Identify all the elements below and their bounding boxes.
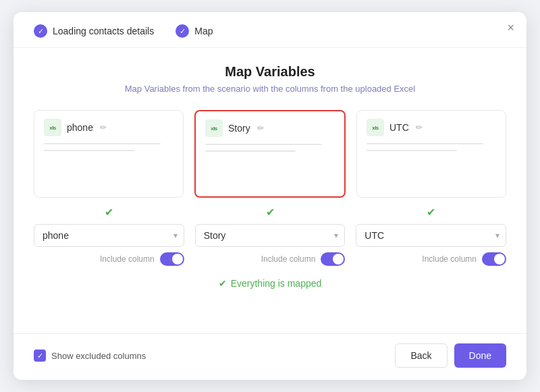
section-subtitle: Map Variables from the scenario with the… [34, 84, 506, 94]
dropdown-col-story: ✔ phone Story UTC ▾ [195, 206, 346, 247]
edit-icon-phone[interactable]: ✏ [100, 123, 107, 132]
show-excluded-label: Show excluded columns [51, 351, 146, 361]
toggle-utc[interactable] [482, 252, 506, 266]
all-mapped-label: Everything is mapped [231, 278, 322, 289]
card-story-lines [205, 144, 335, 152]
card-line-2 [44, 150, 134, 151]
modal-footer: ✓ Show excluded columns Back Done [14, 333, 526, 380]
xls-icon-phone: xls [44, 119, 61, 136]
dropdown-wrap-utc: phone Story UTC ▾ [356, 224, 506, 247]
card-utc-lines [367, 143, 496, 151]
dropdown-col-utc: ✔ phone Story UTC ▾ [356, 206, 506, 247]
modal-body: Map Variables Map Variables from the sce… [14, 48, 526, 333]
card-utc: xls UTC ✏ [356, 110, 506, 198]
card-story: xls Story ✏ [194, 110, 346, 198]
progress-bar: ✓ Loading contacts details ✓ Map [14, 12, 526, 48]
include-col-story: Include column [195, 252, 346, 266]
footer-buttons: Back Done [395, 343, 506, 368]
edit-icon-story[interactable]: ✏ [257, 123, 264, 133]
dropdown-utc[interactable]: phone Story UTC [356, 224, 506, 247]
all-mapped-check-icon: ✔ [219, 278, 227, 289]
done-button[interactable]: Done [454, 343, 506, 368]
dropdown-wrap-story: phone Story UTC ▾ [195, 224, 346, 247]
include-col-phone: Include column [34, 252, 184, 266]
include-row: Include column Include column Include co… [34, 252, 506, 266]
back-button[interactable]: Back [395, 343, 447, 368]
card-phone-header: xls phone ✏ [44, 119, 173, 136]
card-utc-line-1 [367, 143, 483, 144]
xls-icon-utc: xls [367, 119, 384, 136]
close-button[interactable]: × [507, 22, 514, 34]
show-excluded-checkbox[interactable]: ✓ [34, 349, 46, 362]
dropdown-col-phone: ✔ phone Story UTC ▾ [34, 206, 184, 247]
toggle-story[interactable] [321, 252, 345, 266]
card-utc-name: UTC [389, 122, 409, 133]
modal-overlay: × ✓ Loading contacts details ✓ Map Map V… [0, 0, 540, 392]
card-story-line-2 [205, 150, 296, 152]
dropdown-phone[interactable]: phone Story UTC [34, 224, 184, 247]
card-line-1 [44, 143, 161, 144]
check-icon-utc: ✔ [427, 206, 435, 219]
step2-label: Map [194, 26, 213, 36]
card-utc-header: xls UTC ✏ [367, 119, 496, 136]
modal-dialog: × ✓ Loading contacts details ✓ Map Map V… [14, 12, 526, 380]
show-excluded-toggle[interactable]: ✓ Show excluded columns [34, 349, 146, 362]
include-label-phone: Include column [100, 254, 155, 264]
dropdown-story[interactable]: phone Story UTC [195, 224, 346, 247]
card-phone-lines [44, 143, 173, 151]
xls-icon-story: xls [205, 119, 223, 137]
include-col-utc: Include column [356, 252, 506, 266]
dropdown-wrap-phone: phone Story UTC ▾ [34, 224, 184, 247]
all-mapped-banner: ✔ Everything is mapped [34, 278, 506, 289]
include-label-utc: Include column [422, 254, 477, 264]
check-icon-story: ✔ [266, 206, 275, 219]
cards-row: xls phone ✏ xls Story ✏ [34, 110, 506, 198]
card-phone: xls phone ✏ [34, 110, 184, 198]
progress-step-1: ✓ Loading contacts details [34, 24, 154, 38]
card-story-header: xls Story ✏ [205, 119, 335, 137]
card-story-name: Story [228, 123, 250, 134]
step1-check-icon: ✓ [34, 24, 47, 38]
toggle-phone[interactable] [160, 252, 184, 266]
progress-step-2: ✓ Map [176, 24, 213, 38]
check-icon-phone: ✔ [105, 206, 113, 219]
dropdowns-row: ✔ phone Story UTC ▾ ✔ [34, 206, 506, 247]
edit-icon-utc[interactable]: ✏ [416, 123, 423, 132]
include-label-story: Include column [261, 254, 316, 264]
step2-check-icon: ✓ [176, 24, 189, 38]
card-utc-line-2 [367, 150, 457, 151]
card-story-line-1 [205, 144, 322, 145]
step1-label: Loading contacts details [53, 26, 154, 36]
section-title: Map Variables [34, 64, 506, 80]
card-phone-name: phone [67, 122, 93, 133]
